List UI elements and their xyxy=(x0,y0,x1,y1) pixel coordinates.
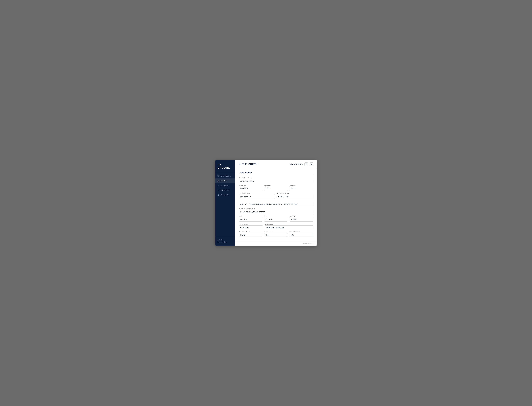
settings-icon xyxy=(310,163,312,165)
logo-text: ENCORE xyxy=(218,167,230,169)
sidebar-logo: ENCORE xyxy=(215,160,235,172)
sidebar-item-payments[interactable]: PAYMENTS xyxy=(215,188,235,192)
username: Harikrishna Pulgam xyxy=(290,163,303,165)
booking-icon xyxy=(218,184,219,186)
sidebar-item-booking[interactable]: BOOKING xyxy=(215,183,235,188)
svg-rect-5 xyxy=(218,186,219,186)
sidebar-item-dashboard[interactable]: DASHBOARD xyxy=(215,174,235,178)
project-dropdown-arrow[interactable]: ▼ xyxy=(257,163,259,165)
addr2-input[interactable] xyxy=(239,210,313,214)
form-group-gpa: GPA Holder Name xyxy=(290,231,313,237)
form-group-representation: Representation xyxy=(264,231,288,237)
project-name: IN THE SHIRE xyxy=(239,163,256,166)
dob-input[interactable] xyxy=(239,187,262,191)
svg-point-12 xyxy=(311,164,312,165)
form-group-pan: PAN Card Number xyxy=(239,193,275,198)
app-container: ENCORE DASHBOARD xyxy=(215,160,317,246)
form-row-city-state-pin: City State Pin Code xyxy=(239,216,313,222)
form-group-aadhar: Aadhar Card Number xyxy=(277,193,313,198)
form-row-addr2: Permanent Address Line 2 xyxy=(239,208,313,214)
settings-button[interactable] xyxy=(310,162,313,166)
svg-rect-0 xyxy=(218,175,219,176)
addr1-label: Permanent Address Line 1 xyxy=(239,200,313,202)
form-row-res-rep-gpa: Residential Status Representation GPA Ho… xyxy=(239,231,313,237)
addr2-label: Permanent Address Line 2 xyxy=(239,208,313,210)
svg-rect-2 xyxy=(218,176,219,177)
occupation-input[interactable] xyxy=(290,187,313,191)
svg-rect-3 xyxy=(219,176,219,177)
form-row-phone-email: Phone Number Email Address xyxy=(239,223,313,229)
topbar-title: IN THE SHIRE ▼ xyxy=(239,163,290,166)
client-label: CLIENT xyxy=(221,180,226,182)
nationality-input[interactable] xyxy=(264,187,288,191)
contact-link[interactable]: Contact xyxy=(218,239,233,240)
aadhar-label: Aadhar Card Number xyxy=(277,193,313,194)
pan-label: PAN Card Number xyxy=(239,193,275,194)
form-row-addr1: Permanent Address Line 1 xyxy=(239,200,313,206)
nationality-label: Nationality xyxy=(264,185,288,186)
form-group-city: City xyxy=(239,216,262,222)
city-label: City xyxy=(239,216,262,217)
sidebar-nav: DASHBOARD CLIENT BOOKI xyxy=(215,172,235,237)
addr1-input[interactable] xyxy=(239,202,313,206)
booking-label: BOOKING xyxy=(221,185,228,186)
topbar: IN THE SHIRE ▼ Harikrishna Pulgam + xyxy=(235,160,317,168)
email-label: Email Address xyxy=(265,223,313,225)
form-group-nationality: Nationality xyxy=(264,185,288,191)
phone-label: Phone Number xyxy=(239,223,263,225)
sidebar-footer: Contact Privacy Policy xyxy=(215,237,235,246)
content-area: Client Profile Primary Client Name Date … xyxy=(235,168,317,241)
sidebar-item-reports[interactable]: REPORTS xyxy=(215,192,235,197)
email-input[interactable] xyxy=(265,225,313,229)
topbar-actions: Harikrishna Pulgam + xyxy=(290,162,313,166)
form-group-email: Email Address xyxy=(265,223,313,229)
form-group-addr2: Permanent Address Line 2 xyxy=(239,208,313,214)
form-group-addr1: Permanent Address Line 1 xyxy=(239,200,313,206)
city-input[interactable] xyxy=(239,218,262,222)
svg-rect-6 xyxy=(218,190,219,191)
state-input[interactable] xyxy=(264,218,288,222)
pan-input[interactable] xyxy=(239,195,275,198)
add-button[interactable]: + xyxy=(305,162,308,166)
gpa-holder-label: GPA Holder Name xyxy=(290,231,313,232)
pin-label: Pin Code xyxy=(290,216,313,217)
form-group-pin: Pin Code xyxy=(290,216,313,222)
dashboard-label: DASHBOARD xyxy=(221,175,231,177)
section-title: Client Profile xyxy=(239,171,313,175)
svg-point-4 xyxy=(218,180,219,181)
form-group-residential-status: Residential Status xyxy=(239,231,262,237)
reports-label: REPORTS xyxy=(221,194,228,196)
form-row-pan-aadhar: PAN Card Number Aadhar Card Number xyxy=(239,193,313,198)
pin-input[interactable] xyxy=(290,218,313,222)
form-row-dob-nat-occ: Date of Birth Nationality Occupation xyxy=(239,185,313,191)
primary-client-name-label: Primary Client Name xyxy=(239,177,313,179)
reports-icon xyxy=(218,194,219,196)
form-group-dob: Date of Birth xyxy=(239,185,262,191)
payments-icon xyxy=(218,189,219,191)
residential-status-label: Residential Status xyxy=(239,231,262,232)
payments-label: PAYMENTS xyxy=(221,189,229,191)
phone-input[interactable] xyxy=(239,225,263,229)
aadhar-input[interactable] xyxy=(277,195,313,198)
main-panel: IN THE SHIRE ▼ Harikrishna Pulgam + Clie… xyxy=(235,160,317,246)
form-group-phone: Phone Number xyxy=(239,223,263,229)
copyright-text: ©2024 ENCORE xyxy=(302,243,313,244)
representation-label: Representation xyxy=(264,231,288,232)
sidebar: ENCORE DASHBOARD xyxy=(215,160,235,246)
residential-status-input[interactable] xyxy=(239,233,262,237)
representation-input[interactable] xyxy=(264,233,288,237)
privacy-policy-link[interactable]: Privacy Policy xyxy=(218,241,233,243)
client-icon xyxy=(218,180,219,182)
form-group-occupation: Occupation xyxy=(290,185,313,191)
dashboard-icon xyxy=(218,175,219,177)
svg-rect-1 xyxy=(219,175,219,176)
occupation-label: Occupation xyxy=(290,185,313,186)
state-label: State xyxy=(264,216,288,217)
sidebar-item-client[interactable]: CLIENT xyxy=(215,178,235,183)
form-row-primary-name: Primary Client Name xyxy=(239,177,313,183)
main-footer: ©2024 ENCORE xyxy=(235,241,317,246)
primary-client-name-input[interactable] xyxy=(239,179,313,183)
encore-logo-icon xyxy=(218,164,222,166)
form-group-state: State xyxy=(264,216,288,222)
gpa-holder-input[interactable] xyxy=(290,233,313,237)
